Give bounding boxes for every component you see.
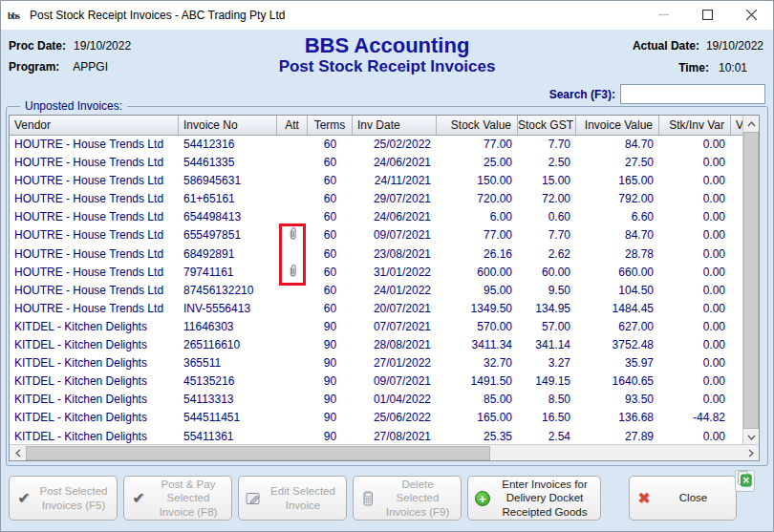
cell-stock-gst: 16.50 <box>518 409 576 427</box>
scroll-up-button[interactable] <box>743 116 759 132</box>
table-row[interactable]: HOUTRE - House Trends Ltd684928916023/08… <box>10 245 759 264</box>
horizontal-scrollbar-thumb[interactable] <box>26 446 490 460</box>
app-logo-icon: bbs <box>8 8 24 24</box>
maximize-button[interactable] <box>685 1 729 30</box>
edit-document-icon <box>239 491 268 506</box>
cell-terms: 60 <box>308 245 353 264</box>
cell-stock-gst: 7.70 <box>518 136 576 154</box>
scroll-right-button[interactable] <box>742 445 759 461</box>
column-header-invoice-no[interactable]: Invoice No <box>179 116 277 135</box>
table-row[interactable]: KITDEL - Kitchen Delights116463039007/07… <box>10 318 759 336</box>
chevron-right-icon <box>748 449 754 458</box>
edit-selected-invoice-button[interactable]: Edit Selected Invoice <box>238 476 347 521</box>
table-row[interactable]: HOUTRE - House Trends Ltd544123166025/02… <box>10 136 759 154</box>
cell-inv-date: 09/07/2021 <box>353 226 437 245</box>
column-header-terms[interactable]: Terms <box>308 116 353 135</box>
cell-vendor: KITDEL - Kitchen Delights <box>10 428 179 446</box>
cell-stock-gst: 3.27 <box>518 354 576 372</box>
cell-stock-gst: 149.15 <box>518 372 576 391</box>
table-row[interactable]: HOUTRE - House Trends Ltd544613356024/06… <box>10 154 759 172</box>
vertical-scrollbar[interactable] <box>742 116 759 445</box>
unposted-invoices-groupbox: Unposted Invoices: Vendor Invoice No Att… <box>6 106 768 466</box>
close-window-button[interactable] <box>729 1 773 30</box>
table-row[interactable]: HOUTRE - House Trends Ltd874561322106024… <box>10 282 759 300</box>
cell-invoice-value: 84.70 <box>576 136 659 154</box>
table-row[interactable]: HOUTRE - House Trends LtdINV-55564136020… <box>10 300 759 318</box>
column-header-inv-date[interactable]: Inv Date <box>353 116 437 135</box>
table-row[interactable]: HOUTRE - House Trends Ltd797411616031/01… <box>10 264 759 282</box>
close-button[interactable]: ✖ Close <box>629 476 737 521</box>
cell-stk-inv-var: 0.00 <box>659 354 731 372</box>
table-row[interactable]: KITDEL - Kitchen Delights451352169009/07… <box>10 372 759 391</box>
table-row[interactable]: KITDEL - Kitchen Delights2651166109028/0… <box>10 336 759 354</box>
column-header-stk-inv-var[interactable]: Stk/Inv Var <box>659 116 731 135</box>
column-header-stock-value[interactable]: Stock Value <box>437 116 518 135</box>
scroll-left-button[interactable] <box>10 445 26 461</box>
cell-invoice-no: 54461335 <box>179 154 277 172</box>
actual-date: Actual Date: 19/10/2022 <box>633 39 763 53</box>
cell-terms: 60 <box>308 136 353 154</box>
titlebar[interactable]: bbs Post Stock Receipt Invoices - ABC Tr… <box>1 1 773 30</box>
checkmark-icon: ✔ <box>124 489 153 507</box>
search-input[interactable] <box>620 84 765 104</box>
cell-terms: 90 <box>308 336 353 354</box>
table-row[interactable]: KITDEL - Kitchen Delights554113619027/08… <box>10 428 759 446</box>
cell-invoice-value: 1640.65 <box>576 372 659 391</box>
maximize-icon <box>702 7 713 24</box>
enter-invoices-delivery-docket-button[interactable]: + Enter Invoices for Delivery Docket Rec… <box>467 476 601 521</box>
chevron-down-icon <box>747 435 756 440</box>
post-and-pay-selected-invoice-button[interactable]: ✔ Post & Pay Selected Invoice (F8) <box>123 476 232 521</box>
table-row[interactable]: HOUTRE - House Trends Ltd5869456316024/1… <box>10 172 759 190</box>
table-row[interactable]: KITDEL - Kitchen Delights541133139001/04… <box>10 391 759 409</box>
scroll-down-button[interactable] <box>743 429 759 445</box>
excel-export-button[interactable] <box>735 470 755 492</box>
table-row[interactable]: HOUTRE - House Trends Ltd6544984136024/0… <box>10 208 759 226</box>
cell-stock-value: 32.70 <box>437 354 518 372</box>
post-selected-invoices-button[interactable]: ✔ Post Selected Invoices (F5) <box>9 476 118 521</box>
minimize-button[interactable] <box>641 1 685 30</box>
horizontal-scrollbar[interactable] <box>10 444 759 460</box>
column-header-invoice-value[interactable]: Invoice Value <box>576 116 659 135</box>
invoices-table: Vendor Invoice No Att Terms Inv Date Sto… <box>9 115 760 461</box>
cell-att <box>277 172 308 190</box>
actual-date-value: 19/10/2022 <box>706 39 763 53</box>
table-row[interactable]: HOUTRE - House Trends Ltd61+651616029/07… <box>10 190 759 208</box>
cell-terms: 90 <box>308 318 353 336</box>
cell-vendor: HOUTRE - House Trends Ltd <box>10 300 179 318</box>
cell-stock-value: 77.00 <box>437 136 518 154</box>
table-row[interactable]: HOUTRE - House Trends Ltd6554978516009/0… <box>10 226 759 245</box>
vertical-scrollbar-thumb[interactable] <box>743 132 759 429</box>
cell-vendor: KITDEL - Kitchen Delights <box>10 372 179 391</box>
cell-vendor: HOUTRE - House Trends Ltd <box>10 282 179 300</box>
cell-att <box>277 428 308 446</box>
cell-terms: 90 <box>308 409 353 427</box>
cell-stock-gst: 72.00 <box>518 190 576 208</box>
cell-stock-value: 570.00 <box>437 318 518 336</box>
cell-invoice-no: 544511451 <box>179 409 277 427</box>
cell-stock-gst: 15.00 <box>518 172 576 190</box>
cell-att <box>277 354 308 372</box>
cell-stock-value: 25.00 <box>437 154 518 172</box>
cell-stk-inv-var: 0.00 <box>659 245 731 264</box>
table-row[interactable]: KITDEL - Kitchen Delights3655119027/01/2… <box>10 354 759 372</box>
cell-terms: 60 <box>308 264 353 282</box>
column-header-vendor[interactable]: Vendor <box>10 116 179 135</box>
delete-selected-invoices-button[interactable]: Delete Selected Invoices (F9) <box>353 476 462 521</box>
cell-terms: 60 <box>308 190 353 208</box>
cell-stock-value: 165.00 <box>437 409 518 427</box>
actual-date-label: Actual Date: <box>633 39 699 53</box>
cell-invoice-value: 627.00 <box>576 318 659 336</box>
search-area: Search (F3): <box>549 84 765 104</box>
table-row[interactable]: KITDEL - Kitchen Delights5445114519025/0… <box>10 409 759 427</box>
cell-invoice-value: 84.70 <box>576 226 659 245</box>
button-label: Edit Selected Invoice <box>268 484 346 512</box>
cell-stock-gst: 8.50 <box>518 391 576 409</box>
cell-stock-gst: 341.14 <box>518 336 576 354</box>
cell-inv-date: 24/01/2022 <box>353 282 437 300</box>
cell-stock-value: 3411.34 <box>437 336 518 354</box>
column-header-att[interactable]: Att <box>277 116 308 135</box>
column-header-stock-gst[interactable]: Stock GST <box>518 116 576 135</box>
app-window: bbs Post Stock Receipt Invoices - ABC Tr… <box>0 0 774 532</box>
cell-invoice-value: 6.60 <box>576 208 659 226</box>
cell-inv-date: 25/06/2022 <box>353 409 437 427</box>
